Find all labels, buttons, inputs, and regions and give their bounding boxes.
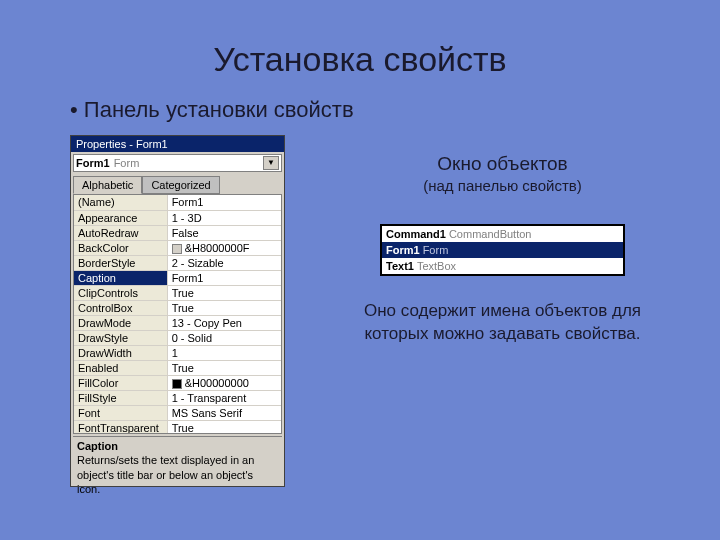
objects-window-title: Окно объектов <box>325 153 680 175</box>
property-row[interactable]: EnabledTrue <box>74 360 281 375</box>
object-type: Form <box>114 157 140 169</box>
property-name: Caption <box>74 270 167 285</box>
color-swatch-icon <box>172 379 182 389</box>
object-item-type: Form <box>423 244 449 256</box>
property-name: Font <box>74 405 167 420</box>
property-value[interactable]: MS Sans Serif <box>167 405 281 420</box>
properties-panel-titlebar: Properties - Form1 <box>71 136 284 152</box>
property-value[interactable]: &H00000000 <box>167 375 281 390</box>
property-row[interactable]: AutoRedrawFalse <box>74 225 281 240</box>
property-name: AutoRedraw <box>74 225 167 240</box>
object-name: Form1 <box>76 157 110 169</box>
objects-window-subtitle: (над панелью свойств) <box>325 177 680 194</box>
object-item-name: Command1 <box>386 228 446 240</box>
objects-window-description: Оно содержит имена объектов для которых … <box>325 300 680 346</box>
property-name: (Name) <box>74 195 167 210</box>
object-selector[interactable]: Form1 Form ▼ <box>73 154 282 172</box>
tab-categorized[interactable]: Categorized <box>142 176 219 194</box>
property-row[interactable]: Appearance1 - 3D <box>74 210 281 225</box>
property-row[interactable]: ClipControlsTrue <box>74 285 281 300</box>
slide-bullet: Панель установки свойств <box>70 97 680 123</box>
property-value[interactable]: &H8000000F <box>167 240 281 255</box>
dropdown-icon[interactable]: ▼ <box>263 156 279 170</box>
property-row[interactable]: FillColor&H00000000 <box>74 375 281 390</box>
property-value[interactable]: Form1 <box>167 195 281 210</box>
property-value[interactable]: 2 - Sizable <box>167 255 281 270</box>
property-name: BackColor <box>74 240 167 255</box>
property-description: Caption Returns/sets the text displayed … <box>73 436 282 484</box>
property-name: DrawWidth <box>74 345 167 360</box>
objects-list[interactable]: Command1CommandButtonForm1FormText1TextB… <box>380 224 625 276</box>
property-name: Enabled <box>74 360 167 375</box>
property-value[interactable]: True <box>167 300 281 315</box>
property-value[interactable]: Form1 <box>167 270 281 285</box>
tab-alphabetic[interactable]: Alphabetic <box>73 176 142 194</box>
property-name: BorderStyle <box>74 255 167 270</box>
objects-list-item[interactable]: Form1Form <box>382 242 623 258</box>
property-value[interactable]: True <box>167 360 281 375</box>
property-row[interactable]: DrawStyle0 - Solid <box>74 330 281 345</box>
slide-title: Установка свойств <box>40 40 680 79</box>
property-description-title: Caption <box>77 439 278 453</box>
property-row[interactable]: DrawMode13 - Copy Pen <box>74 315 281 330</box>
property-description-text: Returns/sets the text displayed in an ob… <box>77 453 278 496</box>
property-row[interactable]: DrawWidth1 <box>74 345 281 360</box>
property-value[interactable]: 1 - Transparent <box>167 390 281 405</box>
property-row[interactable]: BorderStyle2 - Sizable <box>74 255 281 270</box>
property-row[interactable]: ControlBoxTrue <box>74 300 281 315</box>
objects-list-item[interactable]: Command1CommandButton <box>382 226 623 242</box>
property-value[interactable]: 1 - 3D <box>167 210 281 225</box>
object-item-type: CommandButton <box>449 228 532 240</box>
object-item-name: Text1 <box>386 260 414 272</box>
property-value[interactable]: 0 - Solid <box>167 330 281 345</box>
property-name: FillStyle <box>74 390 167 405</box>
property-name: DrawStyle <box>74 330 167 345</box>
property-row[interactable]: FillStyle1 - Transparent <box>74 390 281 405</box>
property-value[interactable]: False <box>167 225 281 240</box>
property-row[interactable]: FontTransparentTrue <box>74 420 281 434</box>
object-item-name: Form1 <box>386 244 420 256</box>
property-name: ClipControls <box>74 285 167 300</box>
property-name: ControlBox <box>74 300 167 315</box>
property-value[interactable]: 1 <box>167 345 281 360</box>
property-row[interactable]: BackColor&H8000000F <box>74 240 281 255</box>
property-name: FontTransparent <box>74 420 167 434</box>
property-value[interactable]: True <box>167 285 281 300</box>
property-row[interactable]: (Name)Form1 <box>74 195 281 210</box>
property-row[interactable]: CaptionForm1 <box>74 270 281 285</box>
tabs: Alphabetic Categorized <box>71 174 284 194</box>
property-name: Appearance <box>74 210 167 225</box>
color-swatch-icon <box>172 244 182 254</box>
properties-panel: Properties - Form1 Form1 Form ▼ Alphabet… <box>70 135 285 487</box>
property-value[interactable]: 13 - Copy Pen <box>167 315 281 330</box>
property-row[interactable]: FontMS Sans Serif <box>74 405 281 420</box>
property-name: FillColor <box>74 375 167 390</box>
property-value[interactable]: True <box>167 420 281 434</box>
objects-list-item[interactable]: Text1TextBox <box>382 258 623 274</box>
properties-grid[interactable]: (Name)Form1Appearance1 - 3DAutoRedrawFal… <box>73 194 282 434</box>
property-name: DrawMode <box>74 315 167 330</box>
object-item-type: TextBox <box>417 260 456 272</box>
